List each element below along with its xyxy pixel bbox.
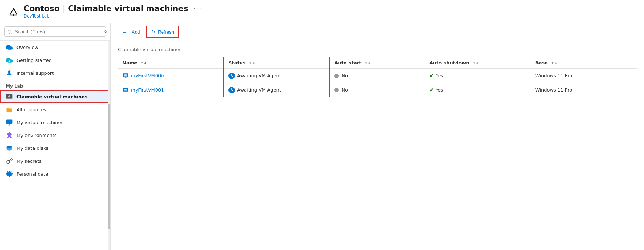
vm-name-cell-1: myFirstVM001 — [118, 83, 224, 97]
col-header-base[interactable]: Base ↑↓ — [531, 57, 637, 69]
svg-rect-3 — [6, 120, 13, 124]
vm-autostart-cell-1: No — [330, 83, 425, 97]
sidebar-item-my-vms-label: My virtual machines — [16, 120, 63, 125]
puzzle-icon — [6, 132, 13, 139]
sidebar-item-personal-data-label: Personal data — [16, 171, 48, 177]
cloud-icon — [6, 44, 13, 51]
brand-logo-icon — [7, 5, 20, 18]
page-title: Claimable virtual machines — [68, 4, 188, 13]
sidebar-scroll-area: Overview Getting started Internal suppor… — [0, 41, 110, 250]
table-row: myFirstVM000 A — [118, 69, 637, 83]
col-header-autostart[interactable]: Auto-start ↑↓ — [330, 57, 425, 69]
sidebar-item-all-resources-label: All resources — [16, 107, 46, 112]
svg-rect-6 — [124, 74, 127, 76]
table-row: myFirstVM001 A — [118, 83, 637, 97]
svg-point-1 — [8, 70, 11, 73]
refresh-button-label: Refresh — [158, 29, 174, 35]
section-title: Claimable virtual machines — [118, 47, 637, 52]
svg-rect-9 — [124, 89, 127, 90]
name-sort-icon[interactable]: ↑↓ — [141, 61, 147, 65]
col-header-name[interactable]: Name ↑↓ — [118, 57, 224, 69]
refresh-button[interactable]: ↻ Refresh — [146, 26, 179, 38]
sidebar-item-internal-support[interactable]: Internal support — [0, 67, 110, 79]
sidebar-my-lab-label: My Lab — [0, 79, 110, 90]
person-icon — [6, 69, 13, 77]
sidebar-item-claimable-vms[interactable]: Claimable virtual machines — [0, 90, 110, 103]
sidebar-item-my-virtual-machines[interactable]: My virtual machines — [0, 116, 110, 129]
add-button-label: + Add — [128, 29, 140, 35]
sidebar-item-overview-label: Overview — [16, 45, 38, 50]
autoshutdown-check-0: ✔ — [429, 72, 434, 79]
content-body: Claimable virtual machines Name ↑↓ Statu… — [111, 41, 644, 250]
autoshutdown-sort-icon[interactable]: ↑↓ — [472, 61, 479, 65]
vm-autostart-cell-0: No — [330, 69, 425, 83]
col-header-status[interactable]: Status ↑↓ — [224, 57, 330, 69]
search-input[interactable] — [4, 26, 106, 37]
sidebar-collapse-button[interactable]: « — [104, 28, 108, 35]
status-icon-0 — [228, 73, 235, 79]
sidebar: « Overview Getting started Intern — [0, 23, 111, 250]
vm-base-cell-1: Windows 11 Pro — [531, 83, 637, 97]
sidebar-item-personal-data[interactable]: Personal data — [0, 167, 110, 180]
toolbar: + + Add ↻ Refresh — [111, 23, 644, 41]
brand-name: Contoso — [24, 4, 60, 13]
sidebar-item-claimable-vms-label: Claimable virtual machines — [16, 94, 88, 99]
more-options-icon[interactable]: ··· — [193, 5, 202, 12]
header-title-block: Contoso | Claimable virtual machines ···… — [24, 4, 202, 19]
key-icon — [6, 157, 13, 165]
cloud-download-icon — [6, 57, 13, 64]
add-button[interactable]: + + Add — [118, 26, 144, 38]
autostart-dot-1 — [334, 88, 339, 92]
col-header-autoshutdown[interactable]: Auto-shutdown ↑↓ — [425, 57, 531, 69]
sidebar-scrollbar-track — [108, 41, 110, 250]
vm-icon-1 — [122, 87, 129, 93]
vm-name-cell-0: myFirstVM000 — [118, 69, 224, 83]
monitor-icon — [6, 119, 13, 126]
sidebar-item-getting-started[interactable]: Getting started — [0, 54, 110, 67]
autostart-dot-0 — [334, 74, 339, 78]
content-area: + + Add ↻ Refresh Claimable virtual mach… — [111, 23, 644, 250]
sidebar-item-my-data-disks-label: My data disks — [16, 146, 48, 151]
sidebar-scrollbar-thumb[interactable] — [108, 104, 110, 229]
status-sort-icon[interactable]: ↑↓ — [249, 61, 255, 65]
vm-status-cell-1: Awaiting VM Agent — [224, 83, 330, 97]
sidebar-item-my-environments-label: My environments — [16, 133, 57, 138]
sidebar-search-container: « — [0, 23, 110, 41]
vm-base-cell-0: Windows 11 Pro — [531, 69, 637, 83]
header-separator: | — [63, 4, 65, 13]
autoshutdown-check-1: ✔ — [429, 87, 434, 93]
header: Contoso | Claimable virtual machines ···… — [0, 0, 644, 23]
vm-status-cell-0: Awaiting VM Agent — [224, 69, 330, 83]
sidebar-item-my-data-disks[interactable]: My data disks — [0, 142, 110, 155]
base-sort-icon[interactable]: ↑↓ — [551, 61, 557, 65]
sidebar-item-my-secrets[interactable]: My secrets — [0, 155, 110, 167]
sidebar-item-overview[interactable]: Overview — [0, 41, 110, 54]
refresh-icon: ↻ — [151, 29, 156, 35]
download-vm-icon — [6, 93, 13, 100]
status-icon-1 — [228, 87, 235, 93]
sidebar-item-my-environments[interactable]: My environments — [0, 129, 110, 142]
vm-icon-0 — [122, 73, 129, 79]
vm-link-0[interactable]: myFirstVM000 — [122, 73, 219, 79]
sidebar-item-getting-started-label: Getting started — [16, 58, 52, 63]
header-subtitle: DevTest Lab — [24, 14, 202, 19]
autostart-sort-icon[interactable]: ↑↓ — [364, 61, 371, 65]
vm-autoshutdown-cell-1: ✔ Yes — [425, 83, 531, 97]
sidebar-item-internal-support-label: Internal support — [16, 70, 54, 76]
vm-autoshutdown-cell-0: ✔ Yes — [425, 69, 531, 83]
sidebar-item-all-resources[interactable]: All resources — [0, 103, 110, 116]
vm-link-1[interactable]: myFirstVM001 — [122, 87, 219, 93]
add-icon: + — [123, 29, 126, 35]
vm-table: Name ↑↓ Status ↑↓ Auto-start ↑↓ Auto-s — [118, 57, 637, 97]
disk-icon — [6, 144, 13, 152]
folder-icon — [6, 106, 13, 113]
gear-icon — [6, 170, 13, 177]
sidebar-item-my-secrets-label: My secrets — [16, 158, 41, 164]
